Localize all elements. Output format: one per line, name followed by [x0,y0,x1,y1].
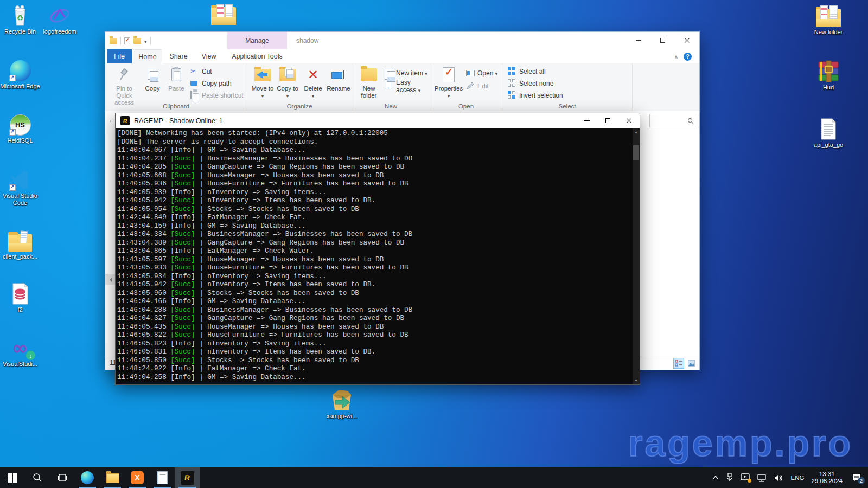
button-label: New folder [356,85,382,99]
paste-shortcut-button[interactable]: Paste shortcut [190,90,244,101]
console-close-button[interactable] [618,113,640,128]
console-scrollbar[interactable]: ▲ ▼ [633,128,640,384]
taskbar-edge-button[interactable] [75,467,100,488]
minimize-button[interactable] [626,32,650,49]
maximize-button[interactable] [650,32,675,49]
text-document-icon [807,116,850,140]
open-button[interactable]: Open [466,68,497,79]
desktop-icon-folder-top[interactable] [202,2,245,27]
desktop-icon-new-folder[interactable]: New folder [807,3,850,36]
cast-icon[interactable] [741,473,750,482]
hidden-icons-chevron[interactable] [712,476,719,480]
taskbar-ragemp-button[interactable]: R [175,467,200,488]
select-all-icon [508,67,516,76]
desktop-icon-client-pack[interactable]: client_pack... [0,228,42,260]
console-minimize-button[interactable] [576,113,597,128]
console-line: 11:43:05.960 [Succ] | Stocks => Stocks h… [117,290,632,298]
rename-button[interactable]: Rename [326,66,352,92]
properties-button[interactable]: Properties [433,66,464,100]
console-line: 11:40:05.942 [Succ] | nInventory => Item… [117,197,632,206]
pin-to-quick-access-button[interactable]: Pin to Quick access [108,66,140,106]
clock[interactable]: 13:31 29.08.2024 [811,471,843,485]
icon-label: f2 [0,306,42,313]
search-input[interactable] [649,114,697,127]
start-button[interactable] [0,467,25,488]
horizontal-scrollbar-fragment[interactable] [105,274,116,285]
usb-icon[interactable] [726,473,733,483]
scroll-up-icon[interactable]: ▲ [633,128,640,136]
tab-home[interactable]: Home [133,49,162,63]
thumbnail-view-button[interactable] [686,358,697,369]
paste-button[interactable]: Paste [165,66,188,92]
recycle-bin-icon: ♻ [0,3,42,27]
scrollbar-thumb[interactable] [633,145,639,160]
task-view-icon [58,473,67,482]
taskbar-notepad-button[interactable] [150,467,175,488]
desktop-icon-xampp-installer[interactable]: xampp-wi... [320,387,363,420]
new-folder-button[interactable]: New folder [356,66,382,99]
button-label: Edit [477,82,489,90]
search-button[interactable] [25,467,50,488]
icon-label: Visual Studio Code [0,192,42,207]
explorer-titlebar[interactable]: Manage shadow [105,32,699,49]
details-view-button[interactable] [673,358,684,369]
folder-icon[interactable] [110,38,117,44]
console-titlebar[interactable]: R RAGEMP - Shadow Online: 1 [116,113,640,128]
desktop-icon-hud[interactable]: Hud [807,59,850,91]
ragemp-icon: R [120,116,130,125]
taskbar-explorer-button[interactable] [100,467,125,488]
volume-icon[interactable] [774,474,784,482]
desktop-icon-vscode[interactable]: Visual Studio Code [0,167,42,207]
edit-button[interactable]: Edit [466,81,489,92]
properties-icon[interactable] [124,37,130,44]
desktop-icon-recycle-bin[interactable]: ♻ Recycle Bin [0,3,42,35]
language-indicator[interactable]: ENG [791,474,805,481]
move-to-button[interactable]: Move to [251,66,275,100]
tab-application-tools[interactable]: Application Tools [227,49,287,63]
move-to-icon [254,66,271,84]
desktop-icon-edge[interactable]: Microsoft Edge [0,57,42,90]
desktop-icon-visualstudio-installer[interactable]: ∞ ↓ VisualStudi... [0,335,42,368]
new-item-button[interactable]: New item [385,68,427,79]
select-none-button[interactable]: Select none [508,78,553,89]
scroll-down-icon[interactable]: ▼ [633,376,640,384]
easy-access-button[interactable]: → Easy access [385,81,430,92]
console-line: [DONE] Networking has been started: (IPv… [117,130,632,138]
invert-selection-button[interactable]: Invert selection [508,90,563,101]
console-line: 11:46:05.435 [Succ] | HouseManager => Ho… [117,323,632,332]
tab-view[interactable]: View [195,49,223,63]
notification-badge: 2 [858,477,865,484]
desktop-icon-api-gta-go[interactable]: api_gta_go [807,116,850,149]
task-view-button[interactable] [50,467,75,488]
help-icon[interactable]: ? [684,53,692,61]
console-line: 11:40:04.285 [Succ] | GangCapture => Gan… [117,163,632,172]
window-title: shadow [296,32,318,49]
close-button[interactable] [675,32,699,49]
select-all-button[interactable]: Select all [508,66,546,77]
taskbar-xampp-button[interactable]: X [125,467,150,488]
collapse-ribbon-icon[interactable]: ∧ [674,54,678,60]
notepad-icon [157,471,168,484]
tab-share[interactable]: Share [163,49,194,63]
desktop-icon-heidisql[interactable]: HS HeidiSQL [0,112,42,144]
console-maximize-button[interactable] [597,113,618,128]
desktop-icon-logofreedom[interactable]: logofreedom [38,3,81,35]
group-label: Open [430,103,502,110]
copy-to-button[interactable]: Copy to [276,66,299,100]
installer-box-icon [320,387,363,411]
qat-dropdown-icon[interactable] [144,36,147,46]
group-label: Select [502,103,632,110]
console-line: 11:43:05.934 [Info] | nInventory => Savi… [117,273,632,281]
action-center-icon[interactable]: 2 [852,473,861,482]
cut-button[interactable]: ✂ Cut [190,66,212,77]
group-label: New [352,103,430,110]
desktop-icon-f2[interactable]: f2 [0,281,42,313]
network-icon[interactable] [757,474,767,482]
copy-path-button[interactable]: Copy path [190,78,232,89]
copy-button[interactable]: Copy [141,66,164,92]
tab-file[interactable]: File [107,49,132,63]
icon-label: New folder [807,29,850,36]
separator [150,37,151,44]
delete-button[interactable]: ✕ Delete [302,66,324,100]
new-folder-icon[interactable] [133,38,141,44]
